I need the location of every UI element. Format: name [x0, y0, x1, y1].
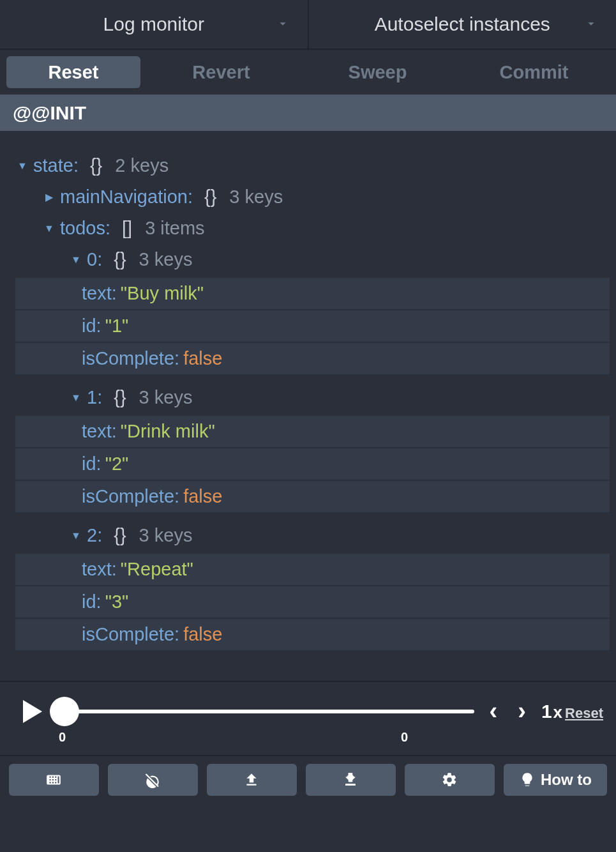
settings-button[interactable]: [405, 764, 495, 796]
playback-speed[interactable]: 1 x Reset: [541, 701, 603, 722]
tree-value: "3": [105, 586, 129, 618]
slider-thumb[interactable]: [50, 697, 79, 726]
tree-brace: {}: [114, 520, 126, 551]
tree-node-state[interactable]: state: {} 2 keys: [15, 150, 610, 181]
tree-key: id: [82, 310, 96, 342]
howto-button[interactable]: How to: [504, 764, 607, 796]
reset-button[interactable]: Reset: [6, 56, 140, 88]
tree-value: "1": [105, 310, 129, 342]
tree-key: isComplete: [82, 481, 174, 512]
download-button[interactable]: [306, 764, 396, 796]
tree-brace: {}: [90, 150, 102, 181]
speed-unit: x: [553, 703, 562, 722]
tree-key: text: [82, 278, 112, 309]
tree-meta: 3 keys: [139, 244, 193, 275]
slider-start-label: 0: [59, 730, 66, 745]
tree-meta: 3 keys: [139, 382, 193, 413]
tree-value: "Drink milk": [121, 416, 215, 447]
tree-node-todo-item[interactable]: 0:{}3 keys: [15, 244, 610, 275]
tree-leaf[interactable]: isComplete: false: [15, 481, 610, 512]
slider-labels: 0 0: [0, 730, 616, 745]
tree-key: mainNavigation: [60, 181, 188, 213]
tree-brace: {}: [114, 244, 126, 275]
tree-brace: []: [122, 213, 132, 244]
tree-leaf[interactable]: id: "3": [15, 586, 610, 618]
tree-key: state: [33, 150, 73, 181]
instance-select[interactable]: Autoselect instances: [308, 0, 617, 49]
howto-label: How to: [541, 771, 592, 789]
tree-leaf[interactable]: isComplete: false: [15, 343, 610, 374]
tree-value: false: [183, 343, 222, 374]
timeline: ‹ › 1 x Reset: [0, 681, 616, 727]
tree-node-todo-item[interactable]: 2:{}3 keys: [15, 520, 610, 551]
tree-value: false: [183, 481, 222, 512]
tree-key: id: [82, 448, 96, 480]
expand-icon[interactable]: [42, 181, 56, 213]
speed-reset-link[interactable]: Reset: [565, 705, 603, 722]
sweep-button[interactable]: Sweep: [299, 56, 456, 88]
tree-key: isComplete: [82, 343, 174, 374]
slider-end-label: 0: [401, 730, 408, 745]
next-action-button[interactable]: ›: [513, 697, 531, 725]
tree-brace: {}: [114, 382, 126, 413]
tree-key: id: [82, 586, 96, 618]
expand-icon[interactable]: [69, 382, 83, 413]
tree-node-todo-item[interactable]: 1:{}3 keys: [15, 382, 610, 413]
timeline-slider[interactable]: [52, 699, 474, 724]
tree-leaf[interactable]: text: "Repeat": [15, 554, 610, 585]
revert-button[interactable]: Revert: [143, 56, 299, 88]
tree-meta: 3 keys: [229, 181, 283, 213]
upload-button[interactable]: [207, 764, 297, 796]
tree-node-todos[interactable]: todos: [] 3 items: [15, 213, 610, 244]
action-title[interactable]: @@INIT: [0, 95, 616, 131]
tree-value: false: [183, 619, 222, 650]
instance-select-label: Autoselect instances: [375, 13, 550, 35]
slider-track: [52, 710, 474, 713]
tree-meta: 3 items: [145, 213, 204, 244]
tree-key: text: [82, 416, 112, 447]
commit-button[interactable]: Commit: [456, 56, 612, 88]
expand-icon[interactable]: [42, 213, 56, 244]
tree-key: isComplete: [82, 619, 174, 650]
gear-icon: [441, 772, 458, 788]
speed-value: 1: [541, 701, 552, 722]
keyboard-button[interactable]: [9, 764, 99, 796]
play-icon[interactable]: [23, 700, 42, 723]
tree-key: 1: [87, 382, 97, 413]
tree-leaf[interactable]: isComplete: false: [15, 619, 610, 650]
state-tree: state: {} 2 keys mainNavigation: {} 3 ke…: [0, 131, 616, 677]
tree-meta: 3 keys: [139, 520, 193, 551]
bottom-toolbar: How to: [0, 755, 616, 803]
tree-key: todos: [60, 213, 105, 244]
expand-icon[interactable]: [69, 244, 83, 275]
tree-brace: {}: [204, 181, 216, 213]
tree-leaf[interactable]: text: "Drink milk": [15, 416, 610, 447]
chevron-down-icon: [276, 13, 290, 35]
tree-value: "Repeat": [121, 554, 193, 585]
action-row: Reset Revert Sweep Commit: [0, 52, 616, 92]
log-monitor-label: Log monitor: [103, 13, 204, 35]
timer-off-icon: [144, 772, 161, 788]
download-icon: [342, 772, 359, 788]
prev-action-button[interactable]: ‹: [485, 697, 503, 725]
upload-icon: [243, 772, 260, 788]
tree-node-mainnavigation[interactable]: mainNavigation: {} 3 keys: [15, 181, 610, 213]
tree-value: "Buy milk": [121, 278, 204, 309]
tree-key: text: [82, 554, 112, 585]
timer-off-button[interactable]: [108, 764, 198, 796]
tree-leaf[interactable]: id: "2": [15, 448, 610, 480]
chevron-down-icon: [584, 13, 598, 35]
tree-meta: 2 keys: [115, 150, 169, 181]
bulb-icon: [519, 772, 536, 788]
log-monitor-select[interactable]: Log monitor: [0, 0, 308, 49]
tree-leaf[interactable]: id: "1": [15, 310, 610, 342]
keyboard-icon: [45, 772, 62, 788]
tree-key: 2: [87, 520, 97, 551]
tree-leaf[interactable]: text: "Buy milk": [15, 278, 610, 309]
tree-key: 0: [87, 244, 97, 275]
tree-value: "2": [105, 448, 129, 480]
expand-icon[interactable]: [15, 150, 29, 181]
expand-icon[interactable]: [69, 520, 83, 551]
